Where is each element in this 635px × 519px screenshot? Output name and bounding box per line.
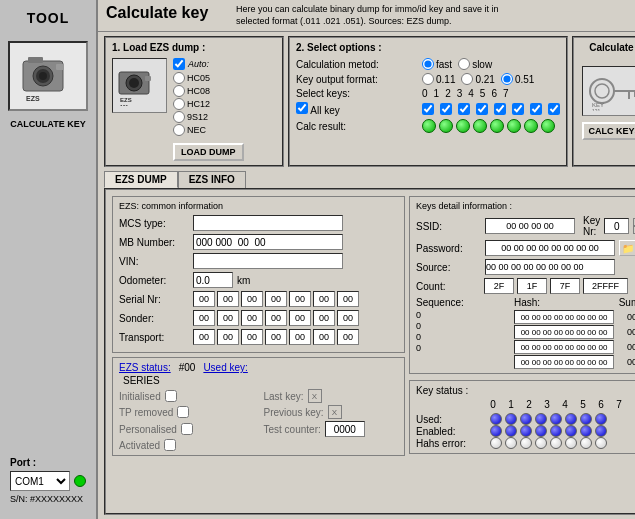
hash-row-1: 000 [514,325,635,339]
sonder-row: Sonder: [119,310,398,326]
enabled-dot-2 [520,425,532,437]
hash-row-2: 000 [514,340,635,354]
serial-3[interactable] [265,291,287,307]
sonder-5[interactable] [313,310,335,326]
last-key-label: Last key: [264,391,304,402]
transport-5[interactable] [313,329,335,345]
pers-checkbox[interactable] [181,423,193,435]
test-counter-label: Test counter: [264,424,321,435]
panel-load-ezs: 1. Load EZS dump : EZS 101 [104,36,284,167]
source-input[interactable] [485,259,615,275]
result-dot-1 [439,119,453,133]
common-info-group: EZS: common information MCS type: MB Num… [112,196,405,353]
keynr-input[interactable] [604,218,629,234]
radio-021-input[interactable] [461,73,473,85]
all-key-checkbox[interactable] [296,102,308,114]
radio-hc12-label: HC12 [187,99,210,109]
vin-input[interactable] [193,253,343,269]
fmt-011-label: 0.11 [436,74,455,85]
radio-hc05-input[interactable] [173,72,185,84]
radio-nec-input[interactable] [173,124,185,136]
count-2[interactable] [550,278,580,294]
ezs-status-value: #00 [179,362,196,373]
used-dot-4 [550,413,562,425]
sum-2: 000 [617,342,635,352]
load-dump-button[interactable]: LOAD DUMP [173,143,244,161]
transport-0[interactable] [193,329,215,345]
act-checkbox[interactable] [164,439,176,451]
sonder-0[interactable] [193,310,215,326]
transport-row: Transport: [119,329,398,345]
hash-err-dot-4 [550,437,562,449]
sonder-label: Sonder: [119,313,189,324]
serial-1[interactable] [217,291,239,307]
test-counter-input[interactable] [325,421,365,437]
key-check-6[interactable] [530,103,542,115]
transport-2[interactable] [241,329,263,345]
hash-input-2[interactable] [514,340,614,354]
radio-slow-input[interactable] [458,58,470,70]
ssid-input[interactable] [485,218,575,234]
num-1: 1 [434,88,440,99]
sonder-4[interactable] [289,310,311,326]
hash-input-3[interactable] [514,355,614,369]
act-row: Activated [119,439,254,451]
transport-4[interactable] [289,329,311,345]
slow-label: slow [472,59,492,70]
key-num-headers: 0 1 2 3 4 5 6 7 [416,399,635,410]
serial-0[interactable] [193,291,215,307]
tab-ezs-info[interactable]: EZS INFO [178,171,246,188]
serial-5[interactable] [313,291,335,307]
key-check-0[interactable] [422,103,434,115]
load-panel-title: 1. Load EZS dump : [112,42,276,53]
pwd-folder-btn[interactable]: 📁 [619,240,635,256]
transport-6[interactable] [337,329,359,345]
sonder-6[interactable] [337,310,359,326]
fast-label: fast [436,59,452,70]
serial-6[interactable] [337,291,359,307]
key-check-4[interactable] [494,103,506,115]
mb-input[interactable] [193,234,343,250]
radio-nec: NEC [173,124,244,136]
ezs-status-link[interactable]: EZS status: [119,362,171,373]
key-check-1[interactable] [440,103,452,115]
pwd-input[interactable] [485,240,615,256]
transport-3[interactable] [265,329,287,345]
radio-fast-input[interactable] [422,58,434,70]
sonder-3[interactable] [265,310,287,326]
prev-key-btn[interactable]: X [328,405,342,419]
hash-row-3: 000 [514,355,635,369]
hash-input-0[interactable] [514,310,614,324]
svg-text:EZS: EZS [120,97,132,103]
count-3[interactable] [583,278,628,294]
used-keys-link[interactable]: Used key: [203,362,247,373]
calc-keys-button[interactable]: CALC KEYS [582,122,635,140]
radio-9s12-input[interactable] [173,111,185,123]
sonder-2[interactable] [241,310,263,326]
port-select[interactable]: COM1 COM2 COM3 [10,471,70,491]
tab-ezs-dump[interactable]: EZS DUMP [104,171,178,188]
sonder-1[interactable] [217,310,239,326]
key-check-3[interactable] [476,103,488,115]
auto-checkbox[interactable] [173,58,185,70]
serial-4[interactable] [289,291,311,307]
tp-checkbox[interactable] [177,406,189,418]
svg-rect-5 [56,64,64,70]
radio-051-input[interactable] [501,73,513,85]
hash-input-1[interactable] [514,325,614,339]
key-check-2[interactable] [458,103,470,115]
serial-2[interactable] [241,291,263,307]
transport-1[interactable] [217,329,239,345]
key-check-7[interactable] [548,103,560,115]
count-0[interactable] [484,278,514,294]
num-7: 7 [503,88,509,99]
radio-hc12-input[interactable] [173,98,185,110]
count-1[interactable] [517,278,547,294]
mcs-input[interactable] [193,215,343,231]
last-key-btn[interactable]: X [308,389,322,403]
radio-011-input[interactable] [422,73,434,85]
init-checkbox[interactable] [165,390,177,402]
radio-hc08-input[interactable] [173,85,185,97]
key-check-5[interactable] [512,103,524,115]
odo-input[interactable] [193,272,233,288]
